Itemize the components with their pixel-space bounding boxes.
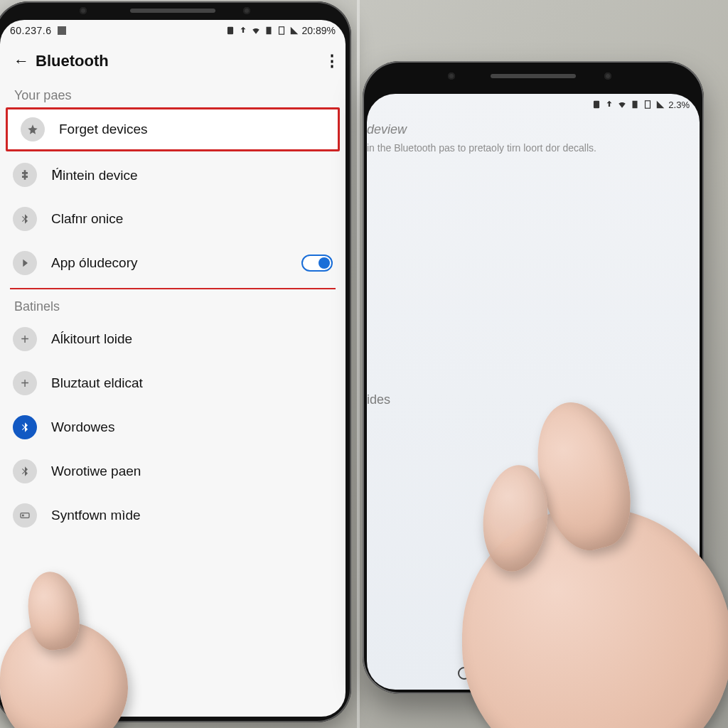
upload-icon xyxy=(604,100,614,109)
status-left-text: 60.237.6 xyxy=(10,25,52,36)
detail-title: deview xyxy=(367,122,695,137)
app-header: ← Bluetooth ⋮ xyxy=(0,41,346,81)
phone-left: 60.237.6 20:89% ← Bluetooth ⋮ Your paes xyxy=(0,1,351,722)
card-icon xyxy=(13,503,37,528)
item-label: Worotiwe paen xyxy=(51,464,333,479)
screen-left: 60.237.6 20:89% ← Bluetooth ⋮ Your paes xyxy=(0,20,346,717)
front-camera xyxy=(604,73,611,80)
square-icon xyxy=(596,668,608,679)
empty-area xyxy=(367,156,700,657)
more-button[interactable]: ⋮ xyxy=(310,52,338,70)
item-label: App óludecory xyxy=(51,255,287,271)
plus-icon xyxy=(13,371,37,395)
item-mintein-device[interactable]: Ḿintein device xyxy=(0,153,346,197)
item-label: Syntfown mìde xyxy=(51,508,333,523)
status-bar: 60.237.6 20:89% xyxy=(0,20,346,41)
svg-rect-3 xyxy=(21,513,29,518)
puzzle-icon xyxy=(13,163,37,187)
nav-home-button[interactable] xyxy=(456,665,473,682)
item-akitourt-loide[interactable]: Aĺkitourt loide xyxy=(0,317,346,361)
list-your-paes: Forget devices Ḿintein device Clafnr oni… xyxy=(0,106,346,285)
item-forget-devices[interactable]: Forget devices xyxy=(6,107,340,151)
item-label: Aĺkitourt loide xyxy=(51,331,333,347)
svg-rect-4 xyxy=(22,515,24,517)
svg-rect-5 xyxy=(594,101,599,109)
svg-rect-2 xyxy=(279,27,284,35)
split-seam xyxy=(357,0,360,728)
phone-right: 2.3% deview in the Bluetooth pas to pret… xyxy=(363,61,704,694)
status-right: 20:89% xyxy=(225,25,336,36)
upload-icon xyxy=(238,26,248,36)
front-camera xyxy=(243,7,250,14)
svg-rect-7 xyxy=(646,101,651,109)
arrow-right-icon xyxy=(13,251,37,275)
toggle-switch[interactable] xyxy=(301,255,333,272)
star-icon xyxy=(21,117,45,141)
detail-body: in the Bluetooth pas to pretaoly tirn lo… xyxy=(367,141,695,156)
status-time: 20:89% xyxy=(302,25,336,36)
sim-icon xyxy=(225,26,235,36)
doc-icon xyxy=(643,100,653,109)
bluetooth-blue-icon xyxy=(13,415,37,439)
detail-panel: deview in the Bluetooth pas to pretaoly … xyxy=(367,115,700,156)
item-label: Forget devices xyxy=(59,122,325,137)
front-camera xyxy=(448,73,455,80)
item-bluztaut-eldicat[interactable]: Bluztaut eldicat xyxy=(0,361,346,405)
signal-icon xyxy=(289,26,299,36)
bluetooth-icon xyxy=(13,207,37,231)
doc-icon xyxy=(264,26,274,36)
svg-rect-1 xyxy=(266,27,271,35)
sim-icon xyxy=(592,100,601,109)
item-label: Bluztaut eldicat xyxy=(51,375,333,391)
doc-icon xyxy=(630,100,640,109)
item-label: Clafnr onice xyxy=(51,211,333,227)
item-worotiwe-paen[interactable]: Worotiwe paen xyxy=(0,449,346,493)
plus-icon xyxy=(13,327,37,351)
doc-icon xyxy=(277,26,287,36)
cutoff-text: ides xyxy=(367,392,390,407)
item-clafnr-onice[interactable]: Clafnr onice xyxy=(0,197,346,241)
divider xyxy=(10,288,336,289)
screen-right: 2.3% deview in the Bluetooth pas to pret… xyxy=(367,94,700,690)
status-left: 60.237.6 xyxy=(10,25,66,36)
signal-icon xyxy=(655,100,665,109)
item-wordowes[interactable]: Wordowes xyxy=(0,405,346,449)
earpiece xyxy=(491,74,576,78)
page-title: Bluetooth xyxy=(36,52,310,70)
item-syntfown-mide[interactable]: Syntfown mìde xyxy=(0,493,346,537)
item-label: Wordowes xyxy=(51,419,333,435)
circle-icon xyxy=(458,667,471,680)
item-app-oludecory[interactable]: App óludecory xyxy=(0,241,346,285)
wifi-icon xyxy=(251,26,261,36)
svg-rect-0 xyxy=(227,27,232,35)
section-label-batinels: Batinels xyxy=(0,292,346,317)
item-label: Ḿintein device xyxy=(51,167,333,183)
status-text: 2.3% xyxy=(668,100,690,110)
bluetooth-icon xyxy=(13,459,37,483)
nav-recent-button[interactable] xyxy=(594,665,611,682)
back-button[interactable]: ← xyxy=(7,52,36,70)
earpiece xyxy=(130,9,215,13)
battery-icon xyxy=(58,26,66,35)
section-label-your-paes: Your paes xyxy=(0,81,346,106)
front-camera xyxy=(80,7,87,14)
svg-rect-6 xyxy=(633,101,638,109)
list-batinels: Aĺkitourt loide Bluztaut eldicat Wordowe… xyxy=(0,317,346,537)
status-bar: 2.3% xyxy=(367,94,700,115)
wifi-icon xyxy=(617,100,627,109)
navigation-bar xyxy=(367,657,700,690)
